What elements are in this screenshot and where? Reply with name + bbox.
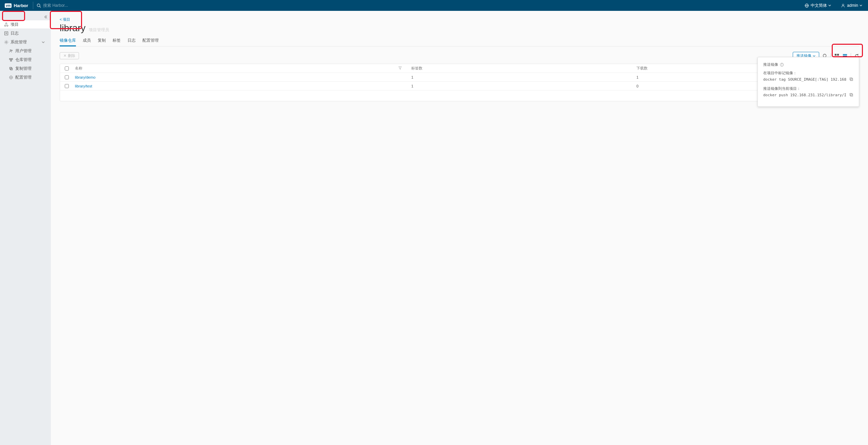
row-tags: 1 <box>409 84 634 88</box>
col-header-name-label: 名称 <box>75 66 82 71</box>
user-menu[interactable]: admin <box>837 3 868 8</box>
users-icon <box>9 49 13 53</box>
main-area: 项目 日志 系统管理 用户管理 仓库管理 复制管理 <box>0 11 868 445</box>
popover-tag-section: 在项目中标记镜像： docker tag SOURCE_IMAGE[:TAG] … <box>763 70 853 82</box>
tab-bar: 镜像仓库 成员 复制 标签 日志 配置管理 <box>60 36 859 46</box>
app-header: vm Harbor 中文简体 admin <box>0 0 868 11</box>
toolbar: ✕ 删除 推送镜像 <box>60 52 859 60</box>
copy-icon <box>849 93 853 97</box>
logo[interactable]: vm Harbor <box>0 3 33 8</box>
svg-point-8 <box>7 25 8 26</box>
row-checkbox[interactable] <box>65 75 69 79</box>
svg-rect-36 <box>850 78 853 81</box>
sidebar-subitem-replications[interactable]: 复制管理 <box>0 64 51 73</box>
product-name: Harbor <box>14 3 28 8</box>
table-header-row: 名称 标签数 下载数 <box>60 64 859 73</box>
svg-point-12 <box>5 41 7 43</box>
breadcrumb-back[interactable]: < 项目 <box>60 17 859 22</box>
svg-line-1 <box>40 6 41 7</box>
globe-icon <box>805 3 809 8</box>
svg-point-7 <box>4 25 6 26</box>
sidebar-subitem-users[interactable]: 用户管理 <box>0 47 51 55</box>
col-header-tags[interactable]: 标签数 <box>409 66 634 71</box>
search-input[interactable] <box>43 3 111 8</box>
tab-configuration[interactable]: 配置管理 <box>142 36 159 46</box>
select-all-cell <box>60 66 74 70</box>
svg-point-14 <box>11 50 12 51</box>
copy-icon <box>849 77 853 81</box>
table-row: library/test 1 0 <box>60 82 859 90</box>
svg-point-34 <box>782 63 782 64</box>
tab-replication[interactable]: 复制 <box>98 36 106 46</box>
repo-link[interactable]: library/demo <box>75 75 96 79</box>
sidebar-item-label: 系统管理 <box>11 39 27 45</box>
push-image-popover: 推送镜像 在项目中标记镜像： docker tag SOURCE_IMAGE[:… <box>757 57 859 107</box>
svg-rect-16 <box>11 58 13 59</box>
repo-link[interactable]: library/test <box>75 84 92 88</box>
svg-rect-37 <box>850 93 852 96</box>
svg-rect-28 <box>843 54 847 55</box>
page-subtitle: 项目管理员 <box>89 27 109 33</box>
popover-push-command: docker push 192.168.231.152/library/IMAG… <box>763 93 846 97</box>
header-left: vm Harbor <box>0 0 114 11</box>
collapse-icon <box>44 15 47 19</box>
sidebar-item-logs[interactable]: 日志 <box>0 29 51 37</box>
svg-point-6 <box>5 23 7 24</box>
svg-point-21 <box>11 77 11 78</box>
global-search[interactable] <box>33 3 114 8</box>
sidebar-item-label: 项目 <box>11 22 19 27</box>
sidebar-collapse-button[interactable] <box>44 15 47 20</box>
delete-button[interactable]: ✕ 删除 <box>60 52 79 59</box>
row-tags: 1 <box>409 75 634 79</box>
sidebar-subitem-label: 仓库管理 <box>15 57 32 62</box>
svg-point-5 <box>842 4 844 6</box>
page-title: library <box>60 23 85 34</box>
popover-tag-label: 在项目中标记镜像： <box>763 70 853 76</box>
col-header-name[interactable]: 名称 <box>74 66 409 71</box>
popover-tag-command: docker tag SOURCE_IMAGE[:TAG] 192.168.23… <box>763 77 846 82</box>
gear-icon <box>4 40 8 44</box>
tab-repositories[interactable]: 镜像仓库 <box>60 36 76 46</box>
svg-point-13 <box>10 49 11 50</box>
tab-labels[interactable]: 标签 <box>113 36 121 46</box>
sidebar-item-projects[interactable]: 项目 <box>0 20 51 28</box>
svg-rect-9 <box>5 32 8 35</box>
language-switcher[interactable]: 中文简体 <box>801 3 837 8</box>
select-all-checkbox[interactable] <box>65 66 69 70</box>
tab-members[interactable]: 成员 <box>83 36 91 46</box>
svg-rect-29 <box>843 56 847 57</box>
delete-label: 删除 <box>68 53 75 58</box>
sidebar-subitem-label: 复制管理 <box>15 66 32 71</box>
chevron-down-icon <box>42 41 45 44</box>
sidebar: 项目 日志 系统管理 用户管理 仓库管理 复制管理 <box>0 11 51 445</box>
popover-title-row: 推送镜像 <box>763 62 853 67</box>
sidebar-subitem-label: 用户管理 <box>15 48 32 54</box>
sidebar-item-admin[interactable]: 系统管理 <box>0 38 51 46</box>
copy-tag-button[interactable] <box>849 77 853 82</box>
header-right: 中文简体 admin <box>801 3 868 8</box>
table-footer: 1 - 2 共计 2 条记录 <box>60 90 859 101</box>
sidebar-subitem-registries[interactable]: 仓库管理 <box>0 56 51 64</box>
sidebar-subitem-configuration[interactable]: 配置管理 <box>0 73 51 81</box>
row-checkbox[interactable] <box>65 84 69 88</box>
search-icon <box>37 3 41 8</box>
info-icon[interactable] <box>780 63 784 67</box>
project-icon <box>4 22 8 27</box>
svg-rect-25 <box>837 54 839 55</box>
sidebar-item-label: 日志 <box>11 31 19 36</box>
filter-icon[interactable] <box>398 66 402 70</box>
table-row: library/demo 1 1 <box>60 73 859 82</box>
page-title-row: library 项目管理员 <box>60 23 859 34</box>
svg-point-20 <box>9 76 13 79</box>
content-area: < 项目 library 项目管理员 镜像仓库 成员 复制 标签 日志 配置管理… <box>51 11 868 445</box>
tab-logs[interactable]: 日志 <box>127 36 136 46</box>
popover-push-label: 推送镜像到当前项目： <box>763 86 853 91</box>
copy-push-button[interactable] <box>849 93 853 98</box>
log-icon <box>4 31 8 36</box>
language-label: 中文简体 <box>811 3 827 8</box>
sidebar-subitem-label: 配置管理 <box>15 75 32 80</box>
sidebar-nav: 项目 日志 系统管理 用户管理 仓库管理 复制管理 <box>0 11 51 81</box>
svg-rect-24 <box>835 54 836 55</box>
logo-badge: vm <box>5 3 12 8</box>
user-icon <box>841 3 845 8</box>
